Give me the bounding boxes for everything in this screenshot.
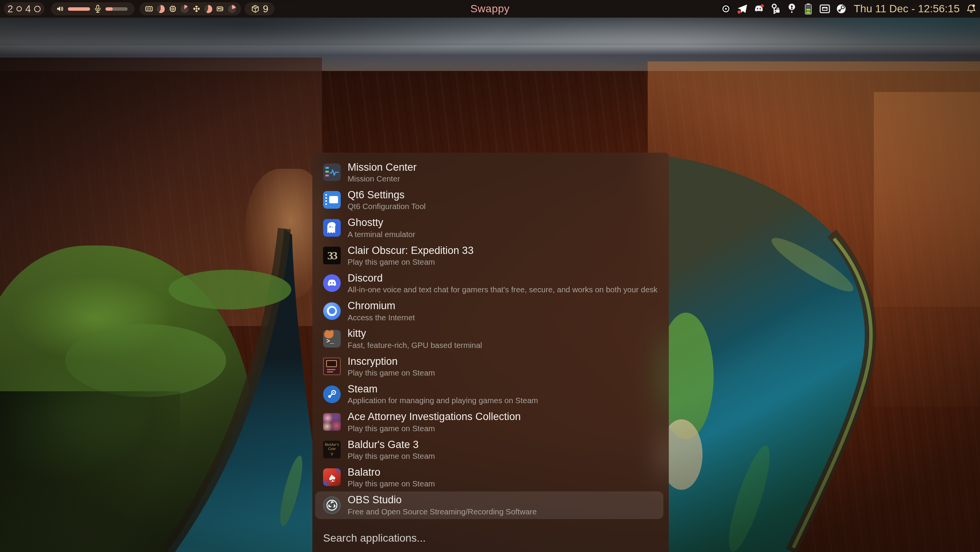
system-tray: Thu 11 Dec - 12:56:15 (720, 0, 977, 18)
app-row[interactable]: >- Ghostty A terminal emulator (312, 214, 669, 242)
app-row[interactable]: Steam Application for managing and playi… (312, 380, 669, 408)
app-description: Application for managing and playing gam… (348, 395, 538, 405)
ace-attorney-icon (323, 413, 341, 431)
svg-text:>-: >- (329, 225, 334, 229)
app-description: All-in-one voice and text chat for gamer… (348, 285, 657, 295)
steelseries-icon[interactable] (720, 3, 732, 15)
top-bar: 2 4 (0, 0, 980, 18)
app-description: Access the Internet (348, 313, 415, 323)
app-row[interactable]: OBS Studio Free and Open Source Streamin… (315, 491, 663, 519)
obs-studio-icon (323, 496, 341, 514)
balatro-icon: ♠ (323, 468, 341, 486)
app-row[interactable]: Mission Center Mission Center (312, 158, 669, 186)
inscryption-icon (323, 358, 341, 375)
app-description: Mission Center (348, 174, 417, 184)
app-name: Ace Attorney Investigations Collection (348, 410, 521, 423)
app-row[interactable]: 33 Clair Obscur: Expedition 33 Play this… (312, 242, 669, 269)
app-name: kitty (348, 327, 482, 339)
app-row[interactable]: Ace Attorney Investigations Collection P… (312, 408, 669, 436)
kitty-icon: >_ (323, 330, 341, 348)
app-list: Mission Center Mission Center Qt6 Settin… (312, 158, 669, 519)
app-row[interactable]: Chromium Access the Internet (312, 297, 669, 325)
app-description: Play this game on Steam (348, 257, 474, 267)
app-row[interactable]: >_ kitty Fast, feature-rich, GPU based t… (312, 325, 669, 353)
app-name: Clair Obscur: Expedition 33 (348, 244, 474, 257)
clair-obscur-icon: 33 (323, 247, 341, 264)
app-row[interactable]: Discord All-in-one voice and text chat f… (312, 269, 669, 297)
app-name: Balatro (348, 466, 435, 478)
app-description: Play this game on Steam (348, 479, 435, 489)
battery-icon[interactable] (803, 3, 814, 15)
app-row[interactable]: Baldur's Gate ♆ Baldur's Gate 3 Play thi… (312, 436, 669, 463)
app-row[interactable]: ♠ Balatro Play this game on Steam (312, 463, 669, 491)
app-description: A terminal emulator (348, 229, 415, 239)
telegram-icon[interactable] (737, 3, 748, 15)
app-launcher-panel: Mission Center Mission Center Qt6 Settin… (312, 153, 669, 552)
app-name: Baldur's Gate 3 (348, 438, 435, 451)
app-name: Chromium (348, 300, 415, 312)
mission-center-icon (323, 163, 341, 181)
app-description: Free and Open Source Streaming/Recording… (348, 507, 537, 517)
baldurs-gate-3-icon: Baldur's Gate ♆ (323, 441, 341, 458)
ghostty-icon: >- (323, 219, 341, 237)
steam-tray-icon[interactable] (836, 3, 847, 15)
app-description: Play this game on Steam (348, 423, 521, 433)
search-placeholder: Search applications... (323, 532, 426, 544)
key-icon[interactable] (770, 3, 781, 15)
app-description: Play this game on Steam (348, 451, 435, 461)
ethernet-icon[interactable] (819, 3, 831, 15)
discord-tray-icon[interactable] (753, 3, 765, 15)
chromium-icon (323, 302, 341, 320)
qt6-settings-icon (323, 191, 341, 209)
discord-icon (323, 274, 341, 292)
keyhole-icon[interactable] (786, 3, 798, 15)
app-description: Qt6 Configuration Tool (348, 201, 426, 211)
app-row[interactable]: Inscryption Play this game on Steam (312, 353, 669, 380)
app-description: Fast, feature-rich, GPU based terminal (348, 340, 482, 350)
steam-icon (323, 386, 341, 403)
app-name: Steam (348, 383, 538, 395)
bell-icon[interactable] (965, 3, 977, 15)
clock[interactable]: Thu 11 Dec - 12:56:15 (854, 3, 960, 15)
app-name: Inscryption (348, 355, 435, 367)
app-name: Ghostty (348, 216, 415, 229)
app-name: Qt6 Settings (348, 189, 426, 201)
launcher-search-input[interactable]: Search applications... (323, 531, 426, 546)
app-description: Play this game on Steam (348, 368, 435, 378)
app-name: Discord (348, 272, 657, 284)
app-name: OBS Studio (348, 494, 537, 506)
app-row[interactable]: Qt6 Settings Qt6 Configuration Tool (312, 186, 669, 214)
app-name: Mission Center (348, 161, 417, 173)
